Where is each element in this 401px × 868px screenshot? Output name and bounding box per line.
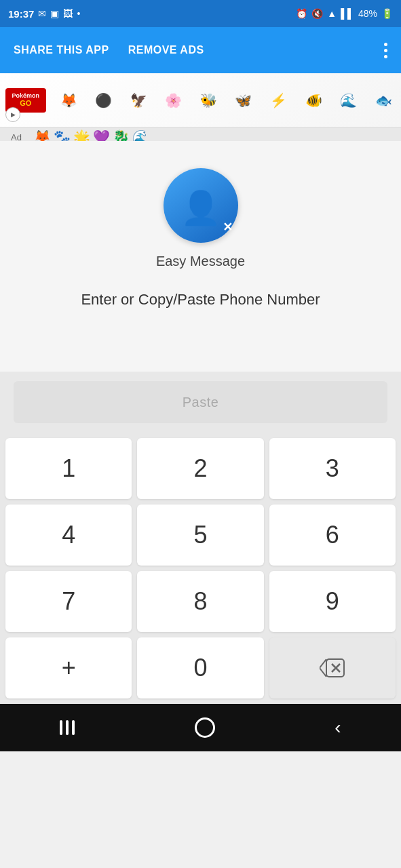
gallery-icon: 🖼 [63,8,73,19]
main-content: 👤 ✕ Easy Message Enter or Copy/Paste Pho… [0,141,401,372]
sprite-4: 🌸 [161,88,186,113]
app-bar-buttons: SHARE THIS APP REMOVE ADS [11,39,207,62]
key-4[interactable]: 4 [5,505,132,566]
sprite-row2-3: 🌟 [73,129,90,141]
remove-ads-button[interactable]: REMOVE ADS [126,39,207,62]
mute-icon: 🔇 [311,8,323,19]
sprite-3: 🦅 [126,88,151,113]
instruction-text: Enter or Copy/Paste Phone Number [81,290,320,311]
key-6[interactable]: 6 [269,505,396,566]
email-icon: ✉ [38,8,46,19]
keypad: 1 2 3 4 5 6 7 8 9 + 0 [0,433,401,704]
sprite-row2-2: 🐾 [54,129,71,141]
key-1[interactable]: 1 [5,438,132,499]
key-plus[interactable]: + [5,637,132,698]
sprite-9: 🌊 [337,88,361,113]
sprite-2: ⚫ [92,88,116,113]
key-9[interactable]: 9 [269,571,396,632]
sprite-5: 🐝 [196,88,221,113]
sprite-10: 🐟 [371,88,396,113]
ad-banner[interactable]: Pokémon GO 🦊 ⚫ 🦅 🌸 🐝 🦋 ⚡ 🐠 🌊 🐟 [0,73,401,127]
sprite-1: 🦊 [56,88,81,113]
ad-play-button[interactable]: ▶ [5,107,20,122]
signal-icon: ▌▌ [341,8,354,19]
svg-line-1 [320,659,326,668]
svg-line-2 [320,668,326,677]
key-5[interactable]: 5 [137,505,263,566]
ad-label: Ad [5,130,27,142]
nav-bar: ‹ [0,704,401,751]
status-left: 19:37 ✉ ▣ 🖼 • [8,8,80,20]
dot1 [384,43,387,46]
ad-container: Pokémon GO 🦊 ⚫ 🦅 🌸 🐝 🦋 ⚡ 🐠 🌊 🐟 ▶ Ad 🦊 🐾 … [0,73,401,141]
app-bar: SHARE THIS APP REMOVE ADS [0,27,401,73]
key-2[interactable]: 2 [137,438,263,499]
key-8[interactable]: 8 [137,571,263,632]
app-name-label: Easy Message [156,254,245,269]
sprite-row2-4: 💜 [93,129,110,141]
dot3 [384,55,387,58]
person-icon: 👤 [180,192,221,224]
home-icon [195,717,215,738]
key-0[interactable]: 0 [137,637,263,698]
recent-apps-icon [60,720,75,735]
paste-button[interactable]: Paste [14,381,387,423]
battery-icon: 🔋 [381,8,393,19]
share-app-button[interactable]: SHARE THIS APP [11,39,112,62]
sprite-row2-6: 🌊 [132,129,149,141]
sim-icon: ▣ [50,8,59,19]
sprite-row2-5: 🐉 [113,129,130,141]
wifi-icon: ▲ [327,8,337,19]
sprite-7: ⚡ [266,88,290,113]
paste-section: Paste [0,372,401,433]
back-button[interactable]: ‹ [321,711,354,744]
key-7[interactable]: 7 [5,571,132,632]
status-right: ⏰ 🔇 ▲ ▌▌ 48% 🔋 [296,8,393,19]
key-delete[interactable] [269,637,396,698]
key-3[interactable]: 3 [269,438,396,499]
status-bar: 19:37 ✉ ▣ 🖼 • ⏰ 🔇 ▲ ▌▌ 48% 🔋 [0,0,401,27]
sprite-6: 🦋 [231,88,256,113]
alarm-icon: ⏰ [296,8,307,19]
home-button[interactable] [181,712,229,743]
avatar: 👤 ✕ [164,168,238,243]
x-icon: ✕ [223,220,233,235]
delete-icon [320,658,345,677]
recent-apps-button[interactable] [46,715,88,741]
sprite-row2-1: 🦊 [34,129,51,141]
battery-label: 48% [358,8,377,19]
dot-indicator: • [77,8,80,19]
back-icon: ‹ [335,717,341,738]
sprite-8: 🐠 [301,88,326,113]
dot2 [384,49,387,52]
status-time: 19:37 [8,8,34,20]
more-options-button[interactable] [381,40,390,61]
